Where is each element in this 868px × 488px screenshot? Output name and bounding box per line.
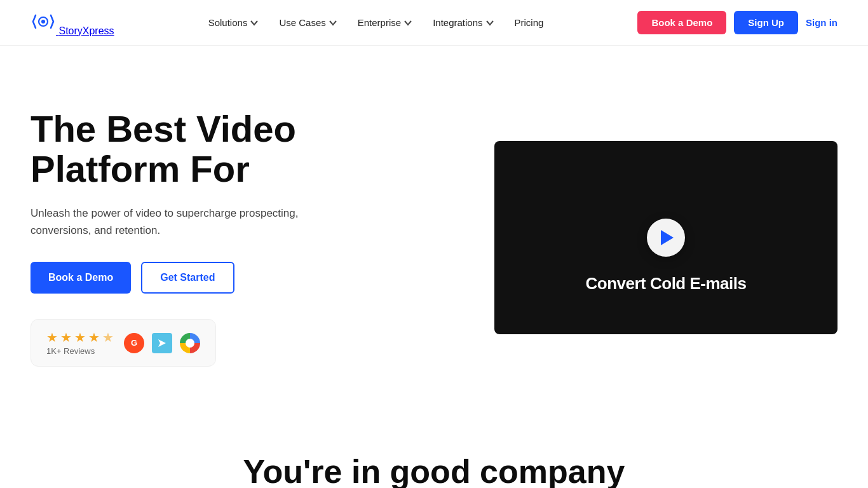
- capterra-logo-icon: [152, 333, 172, 353]
- nav-sign-in-button[interactable]: Sign in: [806, 17, 837, 28]
- svg-marker-3: [158, 339, 166, 347]
- nav-enterprise[interactable]: Enterprise: [349, 12, 421, 33]
- video-overlay-text: Convert Cold E-mails: [494, 274, 837, 294]
- logo-link[interactable]: StoryXpress: [31, 9, 114, 37]
- reviews-stars-block: ★ ★ ★ ★ ★ 1K+ Reviews: [46, 330, 114, 356]
- reviews-logos: G: [124, 333, 200, 353]
- svg-point-2: [41, 20, 45, 24]
- hero-buttons: Book a Demo Get Started: [31, 262, 361, 294]
- star-2: ★: [60, 330, 72, 345]
- star-rating: ★ ★ ★ ★ ★: [46, 330, 114, 345]
- hero-video[interactable]: Convert Cold E-mails: [494, 141, 837, 334]
- navbar: StoryXpress Solutions Use Cases Enterpri…: [0, 0, 868, 46]
- bottom-section: You're in good company: [0, 414, 868, 488]
- chrome-logo-icon: [180, 333, 200, 353]
- g2-logo-icon: G: [124, 333, 144, 353]
- nav-pricing[interactable]: Pricing: [506, 12, 553, 33]
- star-3: ★: [74, 330, 86, 345]
- chevron-down-icon: [250, 18, 259, 27]
- star-4: ★: [88, 330, 100, 345]
- play-triangle-icon: [661, 230, 674, 245]
- hero-book-demo-button[interactable]: Book a Demo: [31, 262, 131, 294]
- hero-section: The Best Video Platform For Unleash the …: [0, 46, 868, 414]
- chevron-down-icon: [485, 18, 494, 27]
- nav-book-demo-button[interactable]: Book a Demo: [637, 11, 726, 34]
- nav-sign-up-button[interactable]: Sign Up: [734, 11, 798, 34]
- chevron-down-icon: [329, 18, 337, 27]
- brand-name: StoryXpress: [58, 25, 114, 36]
- hero-left: The Best Video Platform For Unleash the …: [31, 109, 361, 367]
- star-half: ★: [102, 330, 114, 345]
- logo-icon: [31, 9, 56, 34]
- hero-get-started-button[interactable]: Get Started: [141, 262, 234, 294]
- hero-title: The Best Video Platform For: [31, 109, 361, 190]
- hero-right: Convert Cold E-mails: [494, 141, 837, 334]
- star-1: ★: [46, 330, 58, 345]
- nav-links: Solutions Use Cases Enterprise Integrati…: [200, 12, 553, 33]
- reviews-count: 1K+ Reviews: [46, 346, 114, 356]
- nav-use-cases[interactable]: Use Cases: [270, 12, 346, 33]
- nav-solutions[interactable]: Solutions: [200, 12, 268, 33]
- video-play-button[interactable]: [647, 219, 685, 257]
- hero-subtitle: Unleash the power of video to supercharg…: [31, 205, 310, 239]
- reviews-badge: ★ ★ ★ ★ ★ 1K+ Reviews G: [31, 319, 216, 367]
- nav-integrations[interactable]: Integrations: [424, 12, 503, 33]
- nav-actions: Book a Demo Sign Up Sign in: [637, 11, 837, 34]
- bottom-title: You're in good company: [31, 452, 837, 488]
- chevron-down-icon: [403, 18, 412, 27]
